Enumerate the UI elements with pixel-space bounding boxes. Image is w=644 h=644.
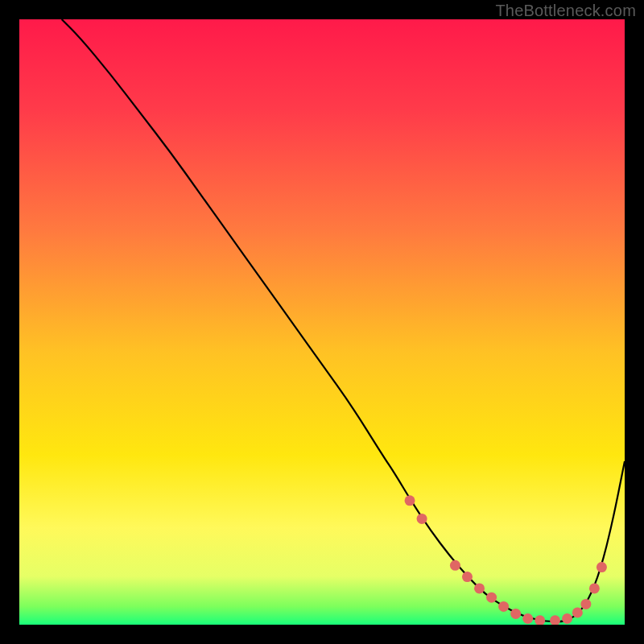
curve-marker bbox=[572, 607, 583, 617]
plot-area bbox=[19, 19, 625, 625]
curve-marker bbox=[474, 583, 485, 593]
curve-marker bbox=[450, 560, 460, 571]
curve-marker bbox=[589, 583, 600, 593]
curve-marker bbox=[562, 613, 572, 624]
curve-marker bbox=[597, 562, 607, 572]
curve-marker bbox=[462, 572, 473, 582]
curve-marker bbox=[580, 599, 591, 609]
curve-marker bbox=[405, 495, 415, 506]
curve-marker bbox=[498, 601, 509, 612]
curve-marker bbox=[417, 514, 427, 524]
curve-marker bbox=[535, 615, 545, 625]
curve-marker bbox=[522, 613, 533, 624]
curve-markers bbox=[405, 495, 607, 625]
watermark-text: TheBottleneck.com bbox=[495, 2, 636, 20]
curve-marker bbox=[510, 609, 521, 619]
chart-frame: TheBottleneck.com bbox=[0, 0, 644, 644]
bottleneck-curve-layer bbox=[19, 19, 625, 625]
curve-marker bbox=[486, 592, 497, 603]
bottleneck-curve bbox=[62, 19, 625, 621]
curve-marker bbox=[550, 615, 560, 625]
